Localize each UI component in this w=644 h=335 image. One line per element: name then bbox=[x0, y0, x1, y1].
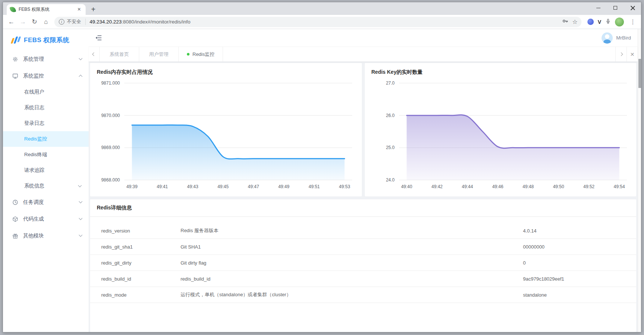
sidebar-item-label: 系统管理 bbox=[23, 56, 74, 63]
sidebar-subitem-label: 请求追踪 bbox=[24, 167, 81, 174]
detail-key: redis_git_dirty bbox=[101, 260, 181, 266]
window-close-button[interactable] bbox=[624, 2, 641, 13]
page-tab-redis-monitor[interactable]: Redis监控 bbox=[179, 47, 223, 61]
sidebar-item-other-modules[interactable]: 其他模块 bbox=[3, 227, 89, 244]
bookmark-star-icon[interactable]: ☆ bbox=[572, 18, 577, 25]
user-menu[interactable]: MrBird bbox=[602, 32, 631, 44]
sidebar-subitem-label: 系统信息 bbox=[24, 183, 79, 189]
sidebar-subitem-request-trace[interactable]: 请求追踪 bbox=[3, 162, 89, 178]
v-extension-icon[interactable]: V bbox=[598, 19, 601, 25]
sidebar-subitem-system-info[interactable]: 系统信息 bbox=[3, 178, 89, 194]
browser-titlebar: FEBS 权限系统 ✕ + bbox=[3, 2, 641, 15]
detail-description: Redis 服务器版本 bbox=[181, 227, 523, 234]
chevron-down-icon bbox=[79, 217, 83, 220]
clock-icon bbox=[12, 199, 18, 205]
redis-keys-chart-svg: 24.025.026.027.049:4049:4249:4449:4649:4… bbox=[365, 77, 637, 196]
svg-text:49:52: 49:52 bbox=[583, 184, 594, 189]
window-minimize-button[interactable] bbox=[590, 2, 607, 13]
sidebar-subitem-redis-monitor[interactable]: Redis监控 bbox=[3, 131, 89, 147]
sidebar-item-system-management[interactable]: 系统管理 bbox=[3, 51, 89, 67]
detail-value: 9ac979c18029eef1 bbox=[523, 276, 636, 282]
page-tabbar: 系统首页用户管理Redis监控 ✕ bbox=[89, 47, 638, 61]
tabs-scroll-right-button[interactable] bbox=[615, 47, 627, 61]
detail-description: Git SHA1 bbox=[181, 244, 523, 250]
browser-menu-button[interactable]: ⋮ bbox=[628, 18, 638, 25]
detail-key: redis_git_sha1 bbox=[101, 244, 181, 250]
sidebar-item-label: 代码生成 bbox=[23, 216, 74, 222]
gear-icon bbox=[12, 56, 18, 62]
svg-text:9868.000: 9868.000 bbox=[101, 177, 120, 183]
extensions-area: V bbox=[584, 18, 627, 26]
sidebar-subitem-online-users[interactable]: 在线用户 bbox=[3, 84, 89, 100]
svg-text:49:48: 49:48 bbox=[522, 184, 533, 189]
scrollbar-thumb[interactable] bbox=[638, 59, 641, 88]
window-maximize-button[interactable] bbox=[607, 2, 624, 13]
table-row: redis_git_sha1Git SHA100000000 bbox=[90, 239, 636, 255]
mic-extension-icon[interactable] bbox=[605, 18, 611, 26]
tab-close-icon[interactable]: ✕ bbox=[76, 6, 82, 13]
blue-extension-icon[interactable] bbox=[587, 19, 594, 25]
page-tab-label: 系统首页 bbox=[110, 51, 129, 58]
table-row: redis_build_idredis_build_id9ac979c18029… bbox=[90, 271, 636, 287]
chevron-down-icon bbox=[79, 233, 83, 237]
page-scrollbar[interactable] bbox=[638, 29, 641, 332]
info-icon[interactable]: i bbox=[59, 19, 64, 25]
url-text: 49.234.20.223:8080/index#/monitor/redis/… bbox=[90, 19, 560, 25]
sidebar-subitem-label: 系统日志 bbox=[24, 104, 81, 111]
sidebar-menu: 系统管理系统监控在线用户系统日志登录日志Redis监控Redis终端请求追踪系统… bbox=[3, 51, 89, 244]
tabbar-spacer bbox=[223, 47, 615, 61]
browser-window: FEBS 权限系统 ✕ + ← → ↻ ⌂ i 不安全 49.234.20.22… bbox=[3, 2, 641, 332]
sidebar-item-label: 任务调度 bbox=[23, 199, 74, 206]
svg-text:49:51: 49:51 bbox=[309, 184, 320, 189]
security-label: 不安全 bbox=[67, 19, 81, 25]
url-path: :8080/index#/monitor/redis/info bbox=[122, 19, 191, 25]
home-button[interactable]: ⌂ bbox=[41, 16, 51, 27]
detail-description: Git dirty flag bbox=[181, 260, 523, 266]
table-row: redis_mode运行模式，单机（standalone）或者集群（cluste… bbox=[90, 287, 636, 303]
tabs-close-button[interactable]: ✕ bbox=[627, 47, 638, 61]
sidebar-subitem-redis-terminal[interactable]: Redis终端 bbox=[3, 147, 89, 162]
reload-button[interactable]: ↻ bbox=[29, 16, 40, 27]
svg-text:49:42: 49:42 bbox=[431, 184, 442, 189]
chevron-right-icon bbox=[619, 53, 623, 56]
svg-text:49:47: 49:47 bbox=[248, 184, 259, 189]
page-tab-home[interactable]: 系统首页 bbox=[100, 47, 139, 61]
sidebar-item-label: 系统监控 bbox=[23, 73, 74, 79]
svg-text:49:39: 49:39 bbox=[126, 184, 137, 189]
content-area: Redis内存实时占用情况 9868.0009869.0009870.00098… bbox=[89, 61, 638, 332]
url-host: 49.234.20.223 bbox=[90, 19, 122, 25]
app-logo[interactable]: FEBS 权限系统 bbox=[3, 29, 89, 51]
sidebar-subitem-system-log[interactable]: 系统日志 bbox=[3, 100, 89, 116]
forward-button[interactable]: → bbox=[17, 16, 28, 27]
sidebar-subitem-login-log[interactable]: 登录日志 bbox=[3, 116, 89, 131]
svg-text:49:45: 49:45 bbox=[217, 184, 229, 189]
password-key-icon[interactable] bbox=[562, 18, 568, 26]
address-bar[interactable]: i 不安全 49.234.20.223:8080/index#/monitor/… bbox=[54, 17, 581, 27]
page-tab-user-management[interactable]: 用户管理 bbox=[139, 47, 179, 61]
keys-chart: 24.025.026.027.049:4049:4249:4449:4649:4… bbox=[365, 77, 637, 196]
svg-text:9869.000: 9869.000 bbox=[101, 145, 120, 150]
svg-text:9871.000: 9871.000 bbox=[101, 80, 120, 86]
profile-avatar[interactable] bbox=[615, 18, 624, 26]
svg-text:49:44: 49:44 bbox=[462, 184, 473, 189]
sidebar-subitem-label: 登录日志 bbox=[24, 120, 81, 127]
new-tab-button[interactable]: + bbox=[88, 4, 98, 15]
svg-text:49:43: 49:43 bbox=[187, 184, 198, 189]
page-tabs: 系统首页用户管理Redis监控 bbox=[100, 47, 223, 61]
app-page: FEBS 权限系统 系统管理系统监控在线用户系统日志登录日志Redis监控Red… bbox=[3, 29, 641, 332]
tabs-scroll-left-button[interactable] bbox=[89, 47, 100, 61]
memory-chart: 9868.0009869.0009870.0009871.00049:3949:… bbox=[90, 77, 362, 196]
detail-value: 00000000 bbox=[523, 244, 636, 250]
active-tab-dot-icon bbox=[187, 53, 189, 56]
back-button[interactable]: ← bbox=[6, 16, 17, 27]
memory-chart-title: Redis内存实时占用情况 bbox=[90, 63, 362, 77]
sidebar-item-system-monitor[interactable]: 系统监控 bbox=[3, 67, 89, 84]
main-area: MrBird 系统首页用户管理Redis监控 ✕ Redis内存实时占用情况 9… bbox=[89, 29, 638, 332]
table-row: redis_versionRedis 服务器版本4.0.14 bbox=[90, 223, 636, 239]
sidebar-item-job-schedule[interactable]: 任务调度 bbox=[3, 194, 89, 211]
menu-fold-icon[interactable] bbox=[95, 35, 102, 41]
sidebar-item-code-generation[interactable]: 代码生成 bbox=[3, 211, 89, 227]
browser-tab[interactable]: FEBS 权限系统 ✕ bbox=[7, 4, 86, 15]
svg-text:49:46: 49:46 bbox=[492, 184, 503, 189]
user-name: MrBird bbox=[616, 35, 631, 41]
